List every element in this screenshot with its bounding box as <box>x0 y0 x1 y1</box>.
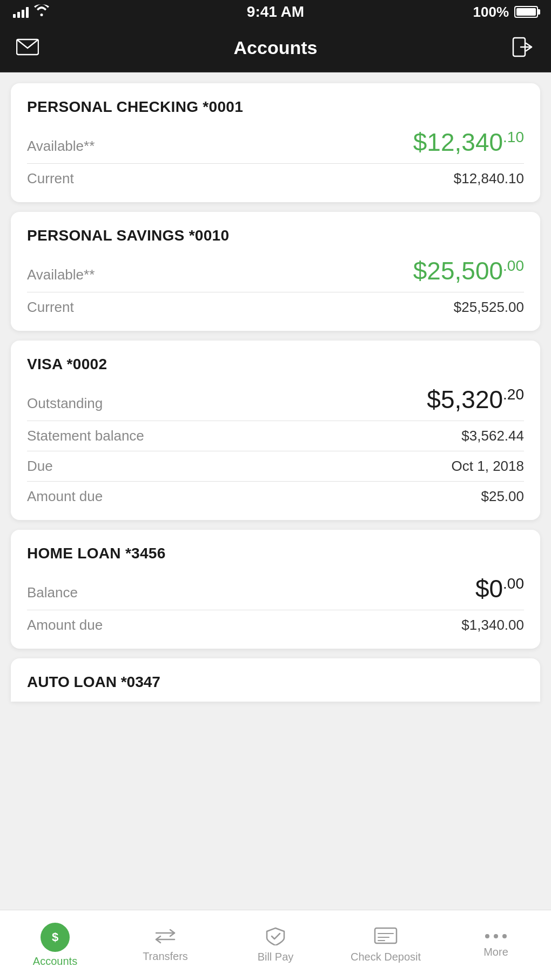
outstanding-value: $5,320.20 <box>427 385 524 414</box>
tab-billpay[interactable]: Bill Pay <box>220 910 331 980</box>
status-right: 100% <box>473 4 539 21</box>
tab-bar: $ Accounts Transfers Bill Pay <box>0 910 551 980</box>
status-left <box>13 4 49 19</box>
account-row: Outstanding $5,320.20 <box>27 385 524 421</box>
available-value: $12,340.10 <box>413 128 524 157</box>
available-value: $25,500.00 <box>413 256 524 285</box>
svg-text:$: $ <box>52 930 58 944</box>
account-title-personal-checking: PERSONAL CHECKING *0001 <box>27 98 524 116</box>
transfers-icon <box>154 928 177 947</box>
svg-point-11 <box>494 934 498 938</box>
tab-checkdeposit-label: Check Deposit <box>351 951 421 963</box>
wifi-icon <box>34 4 49 19</box>
amount-due-label: Amount due <box>27 488 103 505</box>
balance-value: $0.00 <box>475 574 524 603</box>
mail-icon[interactable] <box>16 38 39 58</box>
battery-percentage: 100% <box>473 4 509 21</box>
balance-label: Balance <box>27 584 78 601</box>
statement-balance-value: $3,562.44 <box>461 428 524 444</box>
account-row: Amount due $25.00 <box>27 488 524 505</box>
account-title-home-loan: HOME LOAN *3456 <box>27 545 524 562</box>
account-card-visa[interactable]: VISA *0002 Outstanding $5,320.20 Stateme… <box>11 341 540 520</box>
account-row: Current $25,525.00 <box>27 299 524 316</box>
current-label: Current <box>27 170 74 187</box>
statement-balance-label: Statement balance <box>27 428 144 444</box>
nav-bar: Accounts <box>0 24 551 72</box>
signal-icon <box>13 6 29 18</box>
page-title: Accounts <box>234 37 318 58</box>
amount-due-value: $1,340.00 <box>461 617 524 634</box>
due-value: Oct 1, 2018 <box>452 458 524 475</box>
amount-due-label: Amount due <box>27 617 103 634</box>
battery-icon <box>514 6 538 18</box>
svg-point-10 <box>485 934 489 938</box>
available-label: Available** <box>27 138 95 155</box>
account-row: Statement balance $3,562.44 <box>27 428 524 451</box>
accounts-icon-circle: $ <box>41 923 70 952</box>
account-row: Amount due $1,340.00 <box>27 617 524 634</box>
account-title-visa: VISA *0002 <box>27 356 524 373</box>
tab-billpay-label: Bill Pay <box>258 951 294 963</box>
billpay-icon <box>265 927 286 948</box>
tab-transfers-label: Transfers <box>143 950 188 963</box>
current-value: $25,525.00 <box>454 299 524 316</box>
accounts-list: PERSONAL CHECKING *0001 Available** $12,… <box>0 72 551 910</box>
amount-due-value: $25.00 <box>481 488 524 505</box>
checkdeposit-icon <box>374 927 398 948</box>
status-bar: 9:41 AM 100% <box>0 0 551 24</box>
current-value: $12,840.10 <box>454 170 524 187</box>
account-row: Available** $12,340.10 <box>27 128 524 164</box>
due-label: Due <box>27 458 53 475</box>
account-card-home-loan[interactable]: HOME LOAN *3456 Balance $0.00 Amount due… <box>11 530 540 649</box>
current-label: Current <box>27 299 74 316</box>
svg-point-12 <box>502 934 507 938</box>
logout-icon[interactable] <box>512 37 535 59</box>
available-label: Available** <box>27 266 95 283</box>
account-title-personal-savings: PERSONAL SAVINGS *0010 <box>27 227 524 244</box>
tab-transfers[interactable]: Transfers <box>110 910 220 980</box>
account-row: Current $12,840.10 <box>27 170 524 187</box>
tab-accounts-label: Accounts <box>33 955 77 968</box>
tab-more[interactable]: More <box>441 910 551 980</box>
account-card-auto-loan-partial[interactable]: AUTO LOAN *0347 <box>11 658 540 702</box>
status-time: 9:41 AM <box>247 3 304 21</box>
tab-more-label: More <box>483 946 508 958</box>
outstanding-label: Outstanding <box>27 395 103 412</box>
account-card-personal-checking[interactable]: PERSONAL CHECKING *0001 Available** $12,… <box>11 83 540 202</box>
account-row: Available** $25,500.00 <box>27 256 524 292</box>
account-card-personal-savings[interactable]: PERSONAL SAVINGS *0010 Available** $25,5… <box>11 212 540 331</box>
account-title-auto-loan: AUTO LOAN *0347 <box>27 674 524 691</box>
tab-checkdeposit[interactable]: Check Deposit <box>331 910 441 980</box>
account-row: Due Oct 1, 2018 <box>27 458 524 482</box>
tab-accounts[interactable]: $ Accounts <box>0 910 110 980</box>
account-row: Balance $0.00 <box>27 574 524 610</box>
more-icon <box>484 932 508 943</box>
